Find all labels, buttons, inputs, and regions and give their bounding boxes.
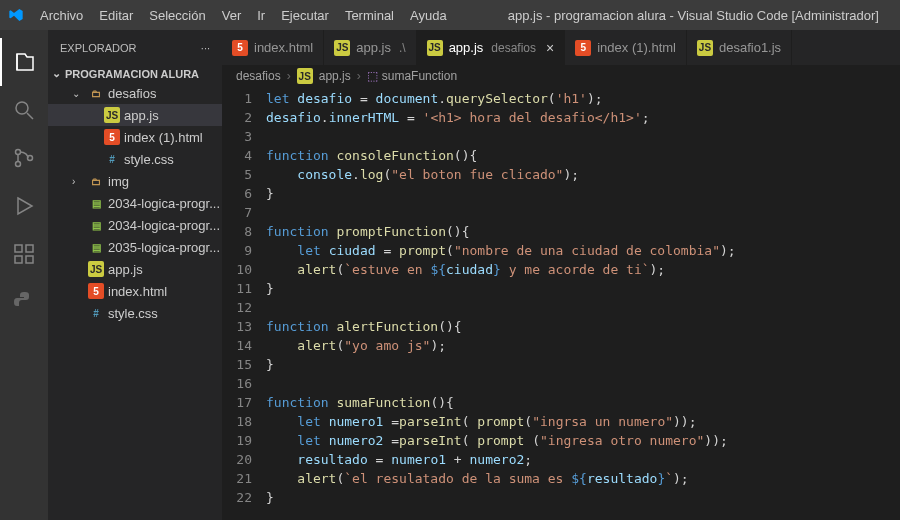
svg-rect-8 xyxy=(26,256,33,263)
breadcrumbs[interactable]: desafios › JS app.js › ⬚sumaFunction xyxy=(222,65,900,87)
explorer-icon[interactable] xyxy=(0,38,48,86)
svg-line-1 xyxy=(27,113,33,119)
python-icon[interactable] xyxy=(0,278,48,326)
chevron-right-icon: › xyxy=(357,69,361,83)
svg-rect-9 xyxy=(26,245,33,252)
extensions-icon[interactable] xyxy=(0,230,48,278)
tree-item[interactable]: 5index (1).html xyxy=(48,126,222,148)
css-icon: # xyxy=(104,151,120,167)
menu-go[interactable]: Ir xyxy=(249,8,273,23)
editor-area: 5index.htmlJSapp.js.\JSapp.jsdesafios×5i… xyxy=(222,30,900,520)
code-editor[interactable]: 12345678910111213141516171819202122 let … xyxy=(222,87,900,520)
tab-label: index.html xyxy=(254,40,313,55)
svg-point-0 xyxy=(16,102,28,114)
html-icon: 5 xyxy=(88,283,104,299)
html-icon: 5 xyxy=(575,40,591,56)
breadcrumb-file[interactable]: app.js xyxy=(319,69,351,83)
search-icon[interactable] xyxy=(0,86,48,134)
chevron-down-icon: ⌄ xyxy=(52,67,61,80)
js-icon: JS xyxy=(334,40,350,56)
tree-item-label: 2034-logica-progr... xyxy=(108,218,220,233)
project-section[interactable]: ⌄ PROGRAMACION ALURA xyxy=(48,65,222,82)
tree-item[interactable]: JSapp.js xyxy=(48,258,222,280)
tree-item[interactable]: #style.css xyxy=(48,302,222,324)
tab-suffix: .\ xyxy=(399,41,406,55)
tab-label: app.js xyxy=(356,40,391,55)
tree-item[interactable]: ▤2035-logica-progr... xyxy=(48,236,222,258)
js-icon: JS xyxy=(427,40,443,56)
editor-tab[interactable]: JSdesafio1.js xyxy=(687,30,792,65)
tree-item-label: app.js xyxy=(124,108,159,123)
menu-help[interactable]: Ayuda xyxy=(402,8,455,23)
chevron-icon: › xyxy=(72,176,84,187)
tree-item[interactable]: 5index.html xyxy=(48,280,222,302)
svg-rect-7 xyxy=(15,256,22,263)
file-tree: ⌄🗀desafiosJSapp.js5index (1).html#style.… xyxy=(48,82,222,324)
code-content[interactable]: let desafio = document.querySelector('h1… xyxy=(266,87,900,520)
tab-suffix: desafios xyxy=(491,41,536,55)
editor-tab[interactable]: 5index (1).html xyxy=(565,30,687,65)
method-icon: ⬚ xyxy=(367,69,378,83)
tree-item-label: index.html xyxy=(108,284,167,299)
project-name: PROGRAMACION ALURA xyxy=(65,68,199,80)
tree-item[interactable]: JSapp.js xyxy=(48,104,222,126)
more-icon[interactable]: ··· xyxy=(201,42,210,54)
tree-item-label: desafios xyxy=(108,86,156,101)
folder-icon: 🗀 xyxy=(88,85,104,101)
line-gutter: 12345678910111213141516171819202122 xyxy=(222,87,266,520)
vscode-icon xyxy=(8,7,24,23)
js-icon: JS xyxy=(104,107,120,123)
tree-item[interactable]: ⌄🗀desafios xyxy=(48,82,222,104)
menu-edit[interactable]: Editar xyxy=(91,8,141,23)
tree-item[interactable]: ▤2034-logica-progr... xyxy=(48,214,222,236)
menu-file[interactable]: Archivo xyxy=(32,8,91,23)
js-icon: JS xyxy=(88,261,104,277)
tab-label: desafio1.js xyxy=(719,40,781,55)
css-icon: # xyxy=(88,305,104,321)
svg-point-2 xyxy=(16,150,21,155)
source-control-icon[interactable] xyxy=(0,134,48,182)
zip-icon: ▤ xyxy=(88,217,104,233)
tab-label: index (1).html xyxy=(597,40,676,55)
editor-tabs: 5index.htmlJSapp.js.\JSapp.jsdesafios×5i… xyxy=(222,30,900,65)
menu-view[interactable]: Ver xyxy=(214,8,250,23)
js-icon: JS xyxy=(297,68,313,84)
activity-bar xyxy=(0,30,48,520)
menu-run[interactable]: Ejecutar xyxy=(273,8,337,23)
tree-item[interactable]: ›🗀img xyxy=(48,170,222,192)
close-icon[interactable]: × xyxy=(546,40,554,56)
svg-point-3 xyxy=(16,162,21,167)
html-icon: 5 xyxy=(232,40,248,56)
zip-icon: ▤ xyxy=(88,239,104,255)
breadcrumb-folder[interactable]: desafios xyxy=(236,69,281,83)
chevron-icon: ⌄ xyxy=(72,88,84,99)
tree-item-label: 2035-logica-progr... xyxy=(108,240,220,255)
breadcrumb-symbol[interactable]: sumaFunction xyxy=(382,69,457,83)
tree-item-label: img xyxy=(108,174,129,189)
editor-tab[interactable]: JSapp.js.\ xyxy=(324,30,416,65)
folder-icon: 🗀 xyxy=(88,173,104,189)
tree-item[interactable]: ▤2034-logica-progr... xyxy=(48,192,222,214)
menu-terminal[interactable]: Terminal xyxy=(337,8,402,23)
svg-marker-5 xyxy=(18,198,32,214)
menu-selection[interactable]: Selección xyxy=(141,8,213,23)
tree-item-label: app.js xyxy=(108,262,143,277)
run-debug-icon[interactable] xyxy=(0,182,48,230)
tree-item-label: 2034-logica-progr... xyxy=(108,196,220,211)
svg-rect-6 xyxy=(15,245,22,252)
editor-tab[interactable]: JSapp.jsdesafios× xyxy=(417,30,566,65)
menu-bar: Archivo Editar Selección Ver Ir Ejecutar… xyxy=(32,8,455,23)
js-icon: JS xyxy=(697,40,713,56)
explorer-title: EXPLORADOR xyxy=(60,42,136,54)
tree-item-label: style.css xyxy=(124,152,174,167)
tab-label: app.js xyxy=(449,40,484,55)
tree-item-label: style.css xyxy=(108,306,158,321)
chevron-right-icon: › xyxy=(287,69,291,83)
explorer-sidebar: EXPLORADOR ··· ⌄ PROGRAMACION ALURA ⌄🗀de… xyxy=(48,30,222,520)
html-icon: 5 xyxy=(104,129,120,145)
tree-item[interactable]: #style.css xyxy=(48,148,222,170)
editor-tab[interactable]: 5index.html xyxy=(222,30,324,65)
tree-item-label: index (1).html xyxy=(124,130,203,145)
zip-icon: ▤ xyxy=(88,195,104,211)
window-title: app.js - programacion alura - Visual Stu… xyxy=(455,8,892,23)
